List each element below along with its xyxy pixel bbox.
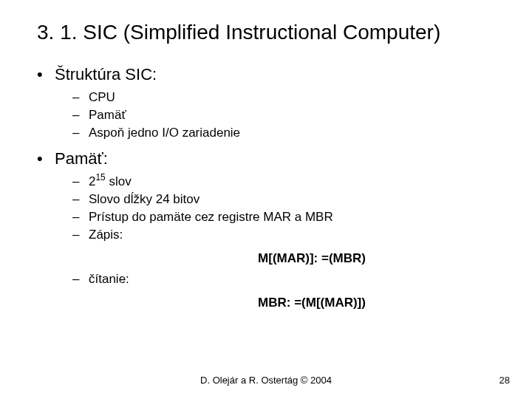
slide-title: 3. 1. SIC (Simplified Instructional Comp… [37, 21, 495, 44]
structure-sublist: CPU Pamäť Aspoň jedno I/O zariadenie [55, 90, 495, 140]
memory-sublist: 215 slov Slovo dĺžky 24 bitov Prístup do… [55, 174, 495, 242]
bullet-list: Štruktúra SIC: CPU Pamäť Aspoň jedno I/O… [37, 65, 495, 310]
footer-text: D. Olejár a R. Ostertág © 2004 [0, 375, 532, 386]
bullet-structure-label: Štruktúra SIC: [55, 65, 157, 83]
sub-item: CPU [72, 90, 495, 105]
memory-sublist-2: čítanie: [55, 272, 495, 287]
bullet-memory-label: Pamäť: [55, 149, 108, 168]
sub-item-words: 215 slov [72, 174, 495, 189]
word-tail: slov [106, 174, 132, 188]
formula-write: M[(MAR)]: =(MBR) [55, 251, 495, 266]
sub-item: Zápis: [72, 228, 495, 242]
sub-item: Slovo dĺžky 24 bitov [72, 192, 495, 207]
slide: 3. 1. SIC (Simplified Instructional Comp… [0, 0, 532, 399]
word-exp: 15 [95, 172, 105, 183]
bullet-memory: Pamäť: 215 slov Slovo dĺžky 24 bitov Prí… [37, 149, 495, 310]
sub-item: Aspoň jedno I/O zariadenie [72, 126, 495, 140]
bullet-structure: Štruktúra SIC: CPU Pamäť Aspoň jedno I/O… [37, 65, 495, 140]
sub-item-read: čítanie: [72, 272, 495, 287]
page-number: 28 [499, 375, 510, 386]
sub-item: Prístup do pamäte cez registre MAR a MBR [72, 210, 495, 225]
formula-read: MBR: =(M[(MAR)]) [55, 296, 495, 310]
sub-item: Pamäť [72, 108, 495, 123]
